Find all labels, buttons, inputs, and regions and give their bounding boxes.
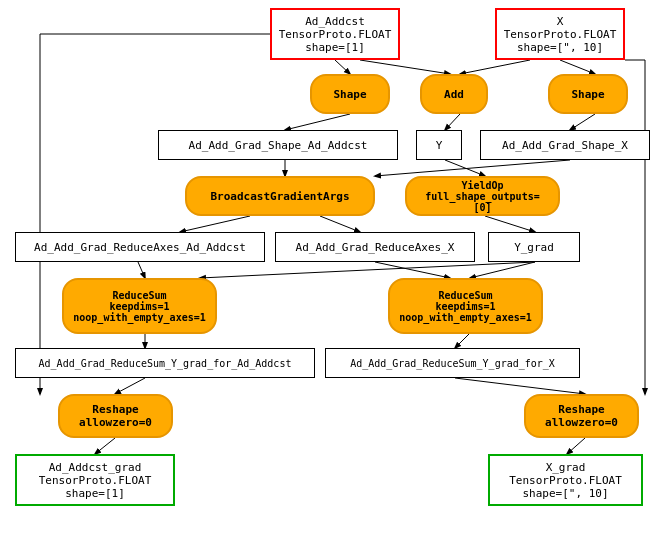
svg-line-11	[320, 216, 360, 232]
svg-line-15	[375, 262, 450, 278]
ad-add-grad-reducesum-y-grad-for-ad-addcst-node: Ad_Add_Grad_ReduceSum_Y_grad_for_Ad_Addc…	[15, 348, 315, 378]
svg-line-13	[138, 262, 145, 278]
x-input-node: XTensorProto.FLOATshape=[", 10]	[495, 8, 625, 60]
shape-right-node: Shape	[548, 74, 628, 114]
reducesum-right-node: ReduceSumkeepdims=1noop_with_empty_axes=…	[388, 278, 543, 334]
svg-line-10	[180, 216, 250, 232]
svg-line-16	[470, 262, 535, 278]
svg-line-5	[445, 114, 460, 130]
svg-line-3	[360, 60, 450, 74]
svg-line-19	[115, 378, 145, 394]
diagram-canvas: Ad_AddcstTensorProto.FLOATshape=[1] XTen…	[0, 0, 672, 552]
add-node: Add	[420, 74, 488, 114]
x-grad-output-node: X_gradTensorProto.FLOATshape=[", 10]	[488, 454, 643, 506]
svg-line-12	[485, 216, 535, 232]
ad-addcst-grad-output-node: Ad_Addcst_gradTensorProto.FLOATshape=[1]	[15, 454, 175, 506]
reducesum-left-node: ReduceSumkeepdims=1noop_with_empty_axes=…	[62, 278, 217, 334]
ad-add-grad-shape-ad-addcst-node: Ad_Add_Grad_Shape_Ad_Addcst	[158, 130, 398, 160]
reshape-left-node: Reshapeallowzero=0	[58, 394, 173, 438]
ad-add-grad-reduceaxes-x-node: Ad_Add_Grad_ReduceAxes_X	[275, 232, 475, 262]
svg-line-6	[570, 114, 595, 130]
shape-left-node: Shape	[310, 74, 390, 114]
y-grad-node: Y_grad	[488, 232, 580, 262]
svg-line-9	[445, 160, 485, 176]
ad-add-grad-shape-x-node: Ad_Add_Grad_Shape_X	[480, 130, 650, 160]
svg-line-2	[460, 60, 530, 74]
ad-addcst-input-node: Ad_AddcstTensorProto.FLOATshape=[1]	[270, 8, 400, 60]
svg-line-8	[375, 160, 570, 176]
ad-add-grad-reduceaxes-ad-addcst-node: Ad_Add_Grad_ReduceAxes_Ad_Addcst	[15, 232, 265, 262]
svg-line-14	[200, 262, 535, 278]
svg-line-18	[455, 333, 470, 348]
reshape-right-node: Reshapeallowzero=0	[524, 394, 639, 438]
yieldop-node: YieldOpfull_shape_outputs=[0]	[405, 176, 560, 216]
svg-line-4	[285, 114, 350, 130]
broadcast-gradient-args-node: BroadcastGradientArgs	[185, 176, 375, 216]
svg-line-0	[335, 60, 350, 74]
svg-line-20	[455, 378, 585, 394]
svg-line-22	[567, 438, 585, 454]
ad-add-grad-reducesum-y-grad-for-x-node: Ad_Add_Grad_ReduceSum_Y_grad_for_X	[325, 348, 580, 378]
y-node: Y	[416, 130, 462, 160]
svg-line-21	[95, 438, 115, 454]
svg-line-1	[560, 60, 595, 74]
